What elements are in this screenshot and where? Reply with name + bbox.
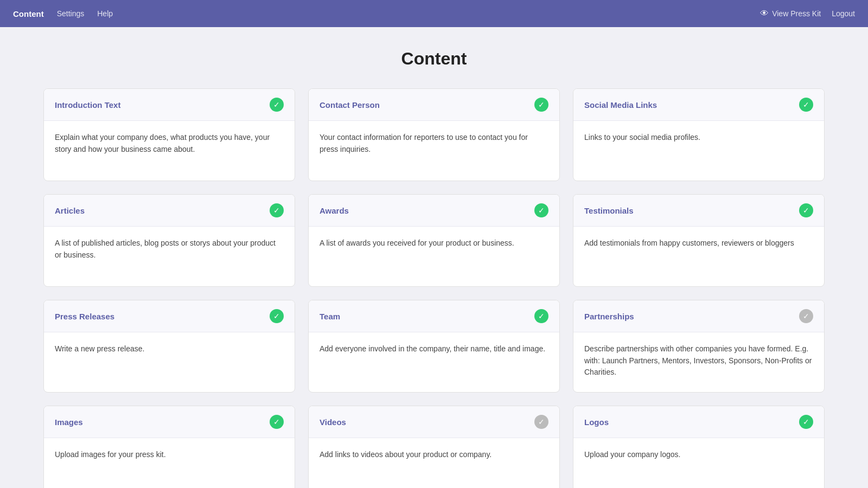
- card-title-introduction-text: Introduction Text: [55, 100, 120, 110]
- card-awards[interactable]: Awards ✓ A list of awards you received f…: [308, 194, 560, 287]
- card-header-logos: Logos ✓: [573, 406, 824, 438]
- card-title-contact-person: Contact Person: [320, 100, 380, 110]
- check-icon-images: ✓: [270, 415, 284, 429]
- card-header-articles: Articles ✓: [44, 195, 295, 227]
- card-description-introduction-text: Explain what your company does, what pro…: [55, 132, 284, 155]
- check-icon-logos: ✓: [799, 415, 813, 429]
- cards-grid: Introduction Text ✓ Explain what your co…: [43, 88, 825, 488]
- card-title-awards: Awards: [320, 206, 349, 215]
- check-icon-testimonials: ✓: [799, 203, 813, 217]
- card-title-press-releases: Press Releases: [55, 312, 114, 321]
- card-title-logos: Logos: [584, 418, 609, 427]
- navbar: Content Settings Help 👁 View Press Kit L…: [0, 0, 868, 27]
- card-body-testimonials: Add testimonials from happy customers, r…: [573, 227, 824, 286]
- card-body-contact-person: Your contact information for reporters t…: [309, 121, 559, 181]
- view-press-kit-button[interactable]: 👁 View Press Kit: [760, 9, 821, 18]
- nav-settings[interactable]: Settings: [57, 9, 85, 18]
- card-description-contact-person: Your contact information for reporters t…: [320, 132, 548, 155]
- check-icon-press-releases: ✓: [270, 309, 284, 323]
- card-title-team: Team: [320, 312, 340, 321]
- card-header-press-releases: Press Releases ✓: [44, 300, 295, 332]
- card-description-images: Upload images for your press kit.: [55, 449, 284, 461]
- card-title-images: Images: [55, 418, 83, 427]
- card-header-social-media-links: Social Media Links ✓: [573, 89, 824, 121]
- card-body-awards: A list of awards you received for your p…: [309, 227, 559, 286]
- card-title-videos: Videos: [320, 418, 346, 427]
- card-videos[interactable]: Videos ✓ Add links to videos about your …: [308, 406, 560, 488]
- card-title-testimonials: Testimonials: [584, 206, 634, 215]
- card-introduction-text[interactable]: Introduction Text ✓ Explain what your co…: [43, 88, 295, 181]
- nav-brand[interactable]: Content: [13, 9, 44, 18]
- card-body-press-releases: Write a new press release.: [44, 332, 295, 392]
- card-press-releases[interactable]: Press Releases ✓ Write a new press relea…: [43, 300, 295, 393]
- card-articles[interactable]: Articles ✓ A list of published articles,…: [43, 194, 295, 287]
- card-header-team: Team ✓: [309, 300, 559, 332]
- card-title-articles: Articles: [55, 206, 85, 215]
- card-contact-person[interactable]: Contact Person ✓ Your contact informatio…: [308, 88, 560, 181]
- card-body-videos: Add links to videos about your product o…: [309, 438, 559, 488]
- card-header-contact-person: Contact Person ✓: [309, 89, 559, 121]
- check-icon-partnerships: ✓: [799, 309, 813, 323]
- card-description-team: Add everyone involved in the company, th…: [320, 343, 548, 355]
- card-logos[interactable]: Logos ✓ Upload your company logos.: [573, 406, 825, 488]
- card-body-logos: Upload your company logos.: [573, 438, 824, 488]
- card-body-articles: A list of published articles, blog posts…: [44, 227, 295, 286]
- nav-left: Content Settings Help: [13, 9, 113, 18]
- check-icon-awards: ✓: [534, 203, 548, 217]
- card-header-videos: Videos ✓: [309, 406, 559, 438]
- card-body-introduction-text: Explain what your company does, what pro…: [44, 121, 295, 181]
- card-description-partnerships: Describe partnerships with other compani…: [584, 343, 813, 378]
- check-icon-videos: ✓: [534, 415, 548, 429]
- card-header-testimonials: Testimonials ✓: [573, 195, 824, 227]
- card-body-team: Add everyone involved in the company, th…: [309, 332, 559, 392]
- card-testimonials[interactable]: Testimonials ✓ Add testimonials from hap…: [573, 194, 825, 287]
- card-header-introduction-text: Introduction Text ✓: [44, 89, 295, 121]
- card-body-images: Upload images for your press kit.: [44, 438, 295, 488]
- card-title-partnerships: Partnerships: [584, 312, 634, 321]
- card-description-videos: Add links to videos about your product o…: [320, 449, 548, 461]
- card-body-social-media-links: Links to your social media profiles.: [573, 121, 824, 181]
- logout-button[interactable]: Logout: [832, 9, 855, 18]
- card-social-media-links[interactable]: Social Media Links ✓ Links to your socia…: [573, 88, 825, 181]
- check-icon-social-media-links: ✓: [799, 98, 813, 112]
- card-description-social-media-links: Links to your social media profiles.: [584, 132, 813, 144]
- card-description-awards: A list of awards you received for your p…: [320, 237, 548, 249]
- card-description-press-releases: Write a new press release.: [55, 343, 284, 355]
- eye-icon: 👁: [760, 9, 769, 18]
- nav-help[interactable]: Help: [97, 9, 113, 18]
- card-description-logos: Upload your company logos.: [584, 449, 813, 461]
- card-team[interactable]: Team ✓ Add everyone involved in the comp…: [308, 300, 560, 393]
- card-title-social-media-links: Social Media Links: [584, 100, 657, 110]
- card-body-partnerships: Describe partnerships with other compani…: [573, 332, 824, 392]
- card-partnerships[interactable]: Partnerships ✓ Describe partnerships wit…: [573, 300, 825, 393]
- card-description-testimonials: Add testimonials from happy customers, r…: [584, 237, 813, 249]
- main-content: Content Introduction Text ✓ Explain what…: [0, 27, 868, 488]
- nav-right: 👁 View Press Kit Logout: [760, 9, 855, 18]
- card-header-awards: Awards ✓: [309, 195, 559, 227]
- check-icon-contact-person: ✓: [534, 98, 548, 112]
- card-images[interactable]: Images ✓ Upload images for your press ki…: [43, 406, 295, 488]
- card-header-partnerships: Partnerships ✓: [573, 300, 824, 332]
- page-title: Content: [43, 49, 825, 69]
- card-description-articles: A list of published articles, blog posts…: [55, 237, 284, 261]
- view-press-kit-label: View Press Kit: [772, 9, 821, 18]
- check-icon-team: ✓: [534, 309, 548, 323]
- check-icon-articles: ✓: [270, 203, 284, 217]
- check-icon-introduction-text: ✓: [270, 98, 284, 112]
- card-header-images: Images ✓: [44, 406, 295, 438]
